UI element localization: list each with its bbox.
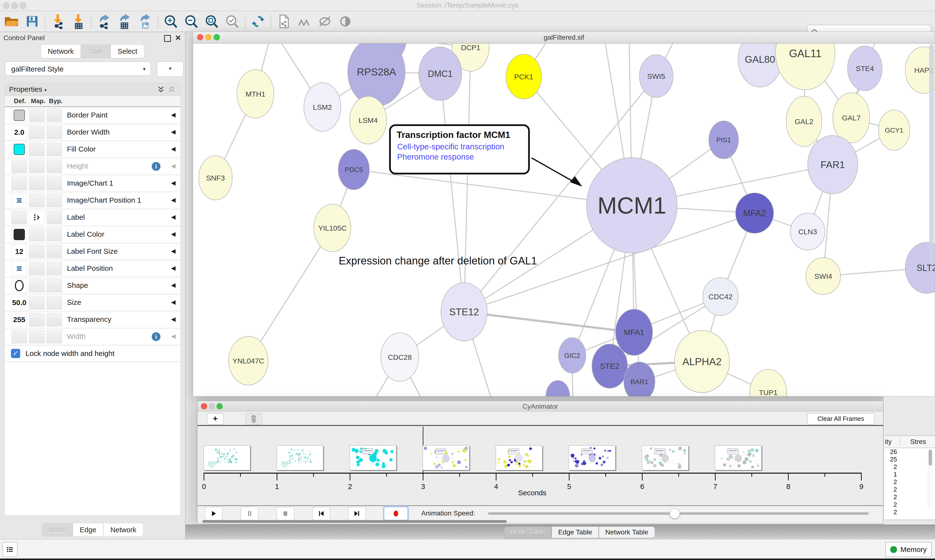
delete-frame-button[interactable] (245, 413, 262, 425)
table-row[interactable]: 2 (884, 486, 897, 493)
network-node-GAL80[interactable] (738, 43, 782, 87)
network-vertical-scrollbar[interactable] (929, 44, 934, 263)
default-value-cell[interactable]: 2.0 (11, 126, 27, 139)
timeline-frame-2[interactable] (350, 445, 397, 470)
property-row-width[interactable]: Widthi◀ (5, 328, 181, 345)
zoom-out-icon[interactable] (181, 12, 202, 31)
collapse-arrow-icon[interactable]: ◀ (171, 333, 176, 340)
timeline[interactable]: Seconds 0123456789 (197, 426, 883, 505)
memory-button[interactable]: Memory (885, 542, 932, 557)
skip-to-end-button[interactable] (348, 507, 366, 520)
timeline-frame-7[interactable] (715, 445, 762, 470)
bypass-cell[interactable] (46, 211, 62, 224)
default-value-cell[interactable] (11, 177, 27, 190)
table-row[interactable]: 2 (884, 508, 897, 516)
table-row[interactable]: 2 (884, 478, 897, 486)
mapping-cell[interactable] (29, 296, 45, 309)
bypass-cell[interactable] (46, 279, 62, 292)
table-row[interactable]: 2 (884, 493, 897, 501)
cyanimator-horizontal-scrollbar[interactable] (202, 520, 507, 523)
default-value-cell[interactable] (11, 211, 27, 224)
network-file-icon[interactable] (274, 12, 294, 31)
property-row-fill-color[interactable]: Fill Color◀ (5, 141, 181, 158)
table-row[interactable]: 2 (884, 463, 897, 471)
collapse-arrow-icon[interactable]: ◀ (171, 146, 176, 152)
collapse-arrow-icon[interactable]: ◀ (171, 299, 176, 306)
mapping-cell[interactable] (29, 126, 45, 139)
properties-title[interactable]: Properties ▾ (9, 85, 47, 94)
mapping-cell[interactable] (29, 160, 45, 173)
property-row-height[interactable]: Heighti◀ (5, 158, 181, 175)
timeline-frame-4[interactable] (496, 445, 543, 470)
import-table-icon[interactable] (68, 12, 89, 31)
table-vertical-scrollbar[interactable] (928, 449, 933, 508)
default-value-cell[interactable] (11, 279, 27, 292)
table-row[interactable]: 26 (884, 448, 897, 455)
default-value-cell[interactable] (11, 160, 27, 173)
tab-network[interactable]: Network (41, 45, 80, 58)
timeline-frame-1[interactable] (276, 445, 323, 470)
property-row-shape[interactable]: Shape◀ (5, 277, 181, 294)
collapse-arrow-icon[interactable]: ◀ (171, 111, 176, 118)
property-row-image-chart-position-1[interactable]: Image/Chart Position 1◀ (5, 192, 181, 209)
default-value-cell[interactable] (11, 330, 27, 343)
network-window-titlebar[interactable]: galFiltered.sif (193, 32, 935, 43)
slider-thumb[interactable] (670, 508, 680, 518)
mapping-cell[interactable] (29, 313, 45, 326)
stop-button[interactable] (276, 507, 295, 520)
mapping-cell[interactable] (29, 228, 45, 241)
annotations-icon[interactable] (294, 12, 315, 31)
info-icon[interactable]: i (152, 332, 160, 341)
tab-network-table[interactable]: Network Table (599, 526, 655, 538)
record-button[interactable] (384, 507, 408, 520)
collapse-arrow-icon[interactable]: ◀ (171, 163, 176, 169)
default-value-cell[interactable]: 255 (11, 313, 27, 326)
show-all-icon[interactable] (335, 12, 355, 31)
expand-all-icon[interactable] (157, 85, 165, 94)
tab-node[interactable]: Node (42, 523, 73, 537)
zoom-selected-icon[interactable] (222, 12, 242, 31)
default-value-cell[interactable] (11, 143, 27, 156)
tab-select[interactable]: Select (111, 45, 144, 58)
timeline-frame-0[interactable] (204, 445, 250, 470)
save-icon[interactable] (22, 12, 42, 31)
column-header[interactable]: Stres (910, 438, 926, 446)
default-value-cell[interactable]: 50.0 (11, 296, 27, 309)
style-selector-dropdown[interactable]: galFiltered Style ▾ (5, 61, 151, 76)
export-image-icon[interactable] (135, 12, 155, 31)
tab-edge[interactable]: Edge (73, 523, 103, 537)
collapse-all-icon[interactable] (168, 85, 176, 94)
mapping-cell[interactable] (29, 143, 45, 156)
property-row-label-position[interactable]: Label Position◀ (5, 260, 181, 277)
timeline-frame-5[interactable] (569, 445, 616, 470)
property-row-border-width[interactable]: 2.0Border Width◀ (5, 124, 181, 141)
mapping-cell[interactable] (29, 109, 45, 122)
skip-to-start-button[interactable] (312, 507, 330, 520)
property-row-border-paint[interactable]: Border Paint◀ (5, 107, 181, 124)
clear-all-frames-button[interactable]: Clear All Frames (807, 413, 874, 425)
lock-node-size-checkbox[interactable]: ✓ (11, 349, 20, 358)
float-panel-icon[interactable] (164, 35, 171, 42)
import-network-icon[interactable] (48, 12, 68, 31)
mapping-cell[interactable] (29, 194, 45, 207)
mapping-cell[interactable] (29, 211, 45, 224)
property-row-label-color[interactable]: Label Color◀ (5, 226, 181, 243)
timeline-frame-6[interactable] (642, 445, 688, 470)
network-canvas[interactable]: DCP1DMC1RPS28APCK1SWI5GAL80GAL11STE4HAP2… (193, 43, 935, 396)
add-frame-button[interactable]: + (207, 413, 224, 425)
bypass-cell[interactable] (46, 262, 62, 275)
collapse-arrow-icon[interactable]: ◀ (171, 248, 176, 254)
property-row-size[interactable]: 50.0Size◀ (5, 294, 181, 311)
animation-speed-slider[interactable] (488, 512, 869, 515)
export-network-icon[interactable] (94, 12, 114, 31)
mapping-cell[interactable] (29, 262, 45, 275)
zoom-fit-icon[interactable] (202, 12, 222, 31)
bypass-cell[interactable] (46, 126, 62, 139)
bypass-cell[interactable] (46, 177, 62, 190)
task-history-button[interactable] (2, 542, 17, 557)
zoom-in-icon[interactable] (161, 12, 181, 31)
tab-edge-table[interactable]: Edge Table (551, 526, 599, 538)
export-table-icon[interactable] (114, 12, 135, 31)
column-header[interactable]: ity (885, 438, 892, 446)
bypass-cell[interactable] (46, 143, 62, 156)
